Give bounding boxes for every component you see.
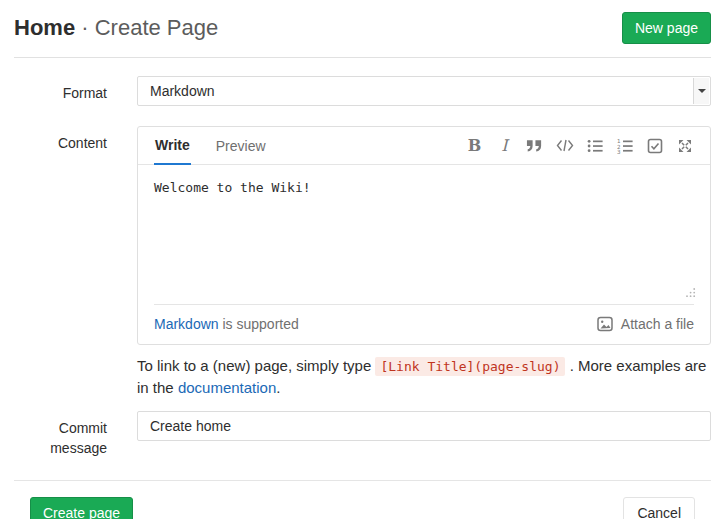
spacer — [14, 345, 137, 399]
editor-tabs: Write Preview — [154, 127, 465, 164]
content-row: Content Write Preview B I — [14, 126, 711, 399]
tab-preview[interactable]: Preview — [215, 127, 267, 165]
numbered-list-icon[interactable]: 1 2 3 — [615, 136, 634, 155]
attach-file-button[interactable]: Attach a file — [596, 314, 694, 333]
format-label: Format — [14, 76, 137, 106]
fullscreen-icon[interactable] — [675, 136, 694, 155]
commit-message-label: Commit message — [14, 411, 137, 458]
editor-write-area: Welcome to the Wiki! — [138, 165, 710, 304]
italic-icon[interactable]: I — [495, 136, 514, 155]
content-label: Content — [14, 126, 137, 345]
help-text-after: . — [276, 379, 280, 396]
help-text-before: To link to a (new) page, simply type — [137, 357, 375, 374]
chevron-down-icon — [693, 78, 709, 104]
bold-icon[interactable]: B — [465, 136, 484, 155]
editor-tab-bar: Write Preview B I — [138, 127, 710, 165]
editor-toolbar: B I — [465, 127, 694, 164]
wiki-create-page: Home · Create Page New page Format Markd… — [0, 0, 725, 519]
attach-file-label: Attach a file — [621, 316, 694, 332]
create-page-button[interactable]: Create page — [30, 497, 133, 519]
format-select[interactable]: Markdown — [137, 76, 711, 106]
code-icon[interactable] — [555, 136, 574, 155]
documentation-link[interactable]: documentation — [178, 379, 276, 396]
cancel-button[interactable]: Cancel — [623, 497, 695, 519]
supported-text: is supported — [219, 316, 299, 332]
image-attachment-icon — [596, 314, 615, 333]
commit-message-row: Commit message — [14, 411, 711, 458]
editor-footer: Markdown is supported Attach a file — [154, 304, 694, 344]
bullet-list-icon[interactable] — [585, 136, 604, 155]
markdown-supported-note: Markdown is supported — [154, 316, 299, 332]
format-row: Format Markdown — [14, 76, 711, 106]
page-title-home: Home — [14, 15, 75, 40]
svg-text:3: 3 — [617, 149, 621, 154]
page-header: Home · Create Page New page — [14, 0, 711, 58]
form-actions: Create page Cancel — [14, 480, 711, 519]
resize-grip-icon[interactable] — [685, 284, 696, 302]
format-select-value: Markdown — [150, 83, 215, 99]
tab-write[interactable]: Write — [154, 127, 191, 165]
content-textarea[interactable]: Welcome to the Wiki! — [138, 165, 710, 304]
new-page-button[interactable]: New page — [622, 12, 711, 44]
markdown-editor: Write Preview B I — [137, 126, 711, 345]
page-title: Home · Create Page — [14, 13, 218, 43]
task-list-icon[interactable] — [645, 136, 664, 155]
link-help-text: To link to a (new) page, simply type [Li… — [137, 355, 711, 399]
markdown-help-link[interactable]: Markdown — [154, 316, 219, 332]
page-title-separator: · — [81, 15, 88, 40]
link-syntax-code: [Link Title](page-slug) — [375, 357, 565, 376]
quote-icon[interactable] — [525, 136, 544, 155]
commit-message-input[interactable] — [137, 411, 711, 441]
page-title-subtitle: Create Page — [95, 15, 219, 40]
